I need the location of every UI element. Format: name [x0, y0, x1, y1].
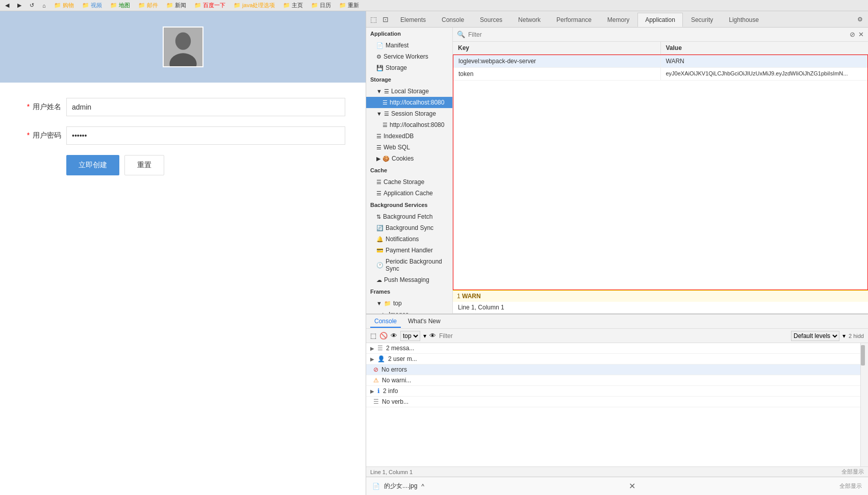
log-entry-messages[interactable]: ▶ ☰ 2 messa...	[366, 343, 860, 354]
localhost-local-label: http://localhost:8080	[390, 99, 444, 106]
sidebar-item-manifest[interactable]: 📄 Manifest	[366, 40, 452, 51]
bookmark5[interactable]: 📁 新闻	[163, 2, 189, 9]
password-input[interactable]	[66, 126, 345, 145]
download-expand-button[interactable]: ^	[421, 483, 424, 490]
tab-lighthouse[interactable]: Lighthouse	[721, 13, 767, 27]
filter-input[interactable]	[468, 30, 847, 40]
console-tab-bar: Console What's New	[366, 315, 868, 329]
cache-storage-label: Cache Storage	[384, 178, 424, 186]
session-arrow: ▼	[376, 111, 382, 117]
console-dock-icon[interactable]: ⬚	[370, 332, 376, 340]
console-scrollbar[interactable]	[860, 343, 868, 466]
sidebar-item-app-cache[interactable]: ☰ Application Cache	[366, 188, 452, 199]
tab-application[interactable]: Application	[637, 13, 683, 27]
console-filter-input[interactable]	[439, 331, 788, 341]
console-watch-icon[interactable]: 👁	[429, 332, 436, 340]
console-top-selector[interactable]: top	[400, 331, 420, 341]
sidebar-item-bg-fetch[interactable]: ⇅ Background Fetch	[366, 211, 452, 222]
devtools-main-content: 🔍 ⊘ ✕ Key Value loglevel:webpack-	[453, 28, 868, 314]
log-entry-verbose[interactable]: ☰ No verb...	[366, 397, 860, 407]
sidebar-item-local-storage[interactable]: ▼ ☰ Local Storage	[366, 86, 452, 97]
devtools-sidebar: Application 📄 Manifest ⚙ Service Workers…	[366, 28, 453, 314]
console-hidden-count: 2 hidd	[849, 333, 864, 339]
whats-new-tab[interactable]: What's New	[404, 316, 445, 328]
devtools-dock-icon[interactable]: ⬚	[368, 14, 378, 24]
bookmark8[interactable]: 📁 主页	[280, 2, 306, 9]
download-close-button[interactable]: ✕	[629, 481, 635, 491]
refresh-button[interactable]: ↺	[27, 2, 37, 9]
console-tab[interactable]: Console	[370, 316, 401, 328]
filter-clear-button[interactable]: ✕	[858, 31, 864, 38]
websql-label: Web SQL	[384, 144, 410, 151]
bookmark2[interactable]: 📁 视频	[79, 2, 105, 9]
svg-point-1	[175, 33, 190, 50]
bookmark3[interactable]: 📁 地图	[107, 2, 133, 9]
console-clear-icon[interactable]: 🚫	[379, 332, 388, 340]
bookmark6[interactable]: 📁 百度一下	[191, 2, 228, 9]
tab-elements[interactable]: Elements	[393, 13, 433, 27]
log-entry-info[interactable]: ▶ ℹ 2 info	[366, 386, 860, 397]
sidebar-item-periodic-sync[interactable]: 🕐 Periodic Background Sync	[366, 256, 452, 274]
sidebar-item-storage[interactable]: 💾 Storage	[366, 62, 452, 73]
local-storage-label: Local Storage	[391, 88, 429, 95]
bookmark4[interactable]: 📁 邮件	[135, 2, 161, 9]
sidebar-item-images[interactable]: ▶ Images	[366, 309, 452, 314]
table-row-0[interactable]: loglevel:webpack-dev-server WARN	[453, 55, 867, 68]
devtools-undock-icon[interactable]: ⊡	[380, 14, 391, 24]
indexeddb-label: IndexedDB	[384, 133, 414, 140]
reset-button[interactable]: 重置	[124, 155, 164, 175]
localhost-session-label: http://localhost:8080	[390, 121, 444, 128]
bookmark9[interactable]: 📁 日历	[308, 2, 334, 9]
filter-negate-icon[interactable]: ⊘	[850, 31, 855, 38]
sidebar-item-service-workers[interactable]: ⚙ Service Workers	[366, 51, 452, 62]
sidebar-item-cookies[interactable]: ▶ 🍪 Cookies	[366, 153, 452, 164]
tab-security[interactable]: Security	[683, 13, 721, 27]
error-circle-icon: ⊘	[373, 366, 378, 373]
home-button[interactable]: ⌂	[39, 3, 49, 9]
console-level-select[interactable]: Default levels	[791, 331, 839, 341]
sidebar-item-session-storage[interactable]: ▼ ☰ Session Storage	[366, 108, 452, 119]
filter-bar: 🔍 ⊘ ✕	[453, 28, 868, 42]
forward-button[interactable]: ▶	[14, 2, 24, 9]
bookmark10[interactable]: 📁 重新	[336, 2, 362, 9]
warnings-text: No warni...	[382, 377, 856, 384]
storage-top-label: Storage	[386, 64, 407, 71]
console-eye-icon[interactable]: 👁	[391, 332, 397, 340]
sidebar-item-localhost-local[interactable]: ☰ http://localhost:8080	[366, 97, 452, 108]
sidebar-item-top[interactable]: ▼ 📁 top	[366, 298, 452, 309]
bg-sync-label: Background Sync	[386, 224, 433, 231]
bookmark7[interactable]: 📁 java处理选项	[231, 2, 278, 9]
tab-performance[interactable]: Performance	[549, 13, 599, 27]
sidebar-item-bg-sync[interactable]: 🔄 Background Sync	[366, 222, 452, 233]
console-log-list: ▶ ☰ 2 messa... ▶ 👤 2 user m... ⊘ No erro…	[366, 343, 860, 466]
log-entry-warnings[interactable]: ⚠ No warni...	[366, 375, 860, 386]
notifications-label: Notifications	[386, 236, 419, 243]
tab-more[interactable]: ⚙	[852, 13, 868, 26]
local-storage-icon: ☰	[384, 88, 389, 95]
tab-network[interactable]: Network	[510, 13, 548, 27]
sidebar-item-notifications[interactable]: 🔔 Notifications	[366, 233, 452, 245]
log-entry-user[interactable]: ▶ 👤 2 user m...	[366, 354, 860, 364]
download-filename: 的少女....jpg	[384, 482, 417, 490]
back-button[interactable]: ◀	[2, 2, 12, 9]
tab-sources[interactable]: Sources	[472, 13, 510, 27]
submit-button[interactable]: 立即创建	[66, 155, 119, 175]
sidebar-item-websql[interactable]: ☰ Web SQL	[366, 142, 452, 153]
table-row-1[interactable]: token eyJ0eXAiOiJKV1QiLCJhbGciOiJIUzUxMi…	[453, 68, 867, 81]
sidebar-item-push[interactable]: ☁ Push Messaging	[366, 274, 452, 285]
session-storage-label: Session Storage	[391, 110, 436, 117]
key-cell-0: loglevel:webpack-dev-server	[453, 55, 661, 67]
sidebar-item-payment[interactable]: 💳 Payment Handler	[366, 245, 452, 256]
sidebar-item-cache-storage[interactable]: ☰ Cache Storage	[366, 176, 452, 188]
tab-memory[interactable]: Memory	[600, 13, 637, 27]
tab-console[interactable]: Console	[434, 13, 472, 27]
sidebar-item-localhost-session[interactable]: ☰ http://localhost:8080	[366, 119, 452, 131]
scrollbar-thumb	[861, 345, 865, 366]
bookmark1[interactable]: 📁 购物	[51, 2, 77, 9]
user-text: 2 user m...	[388, 355, 856, 362]
periodic-sync-label: Periodic Background Sync	[386, 258, 448, 272]
username-input[interactable]	[66, 98, 345, 116]
sidebar-item-indexeddb[interactable]: ☰ IndexedDB	[366, 131, 452, 142]
section-application: Application	[366, 28, 452, 40]
log-entry-errors[interactable]: ⊘ No errors	[366, 364, 860, 375]
